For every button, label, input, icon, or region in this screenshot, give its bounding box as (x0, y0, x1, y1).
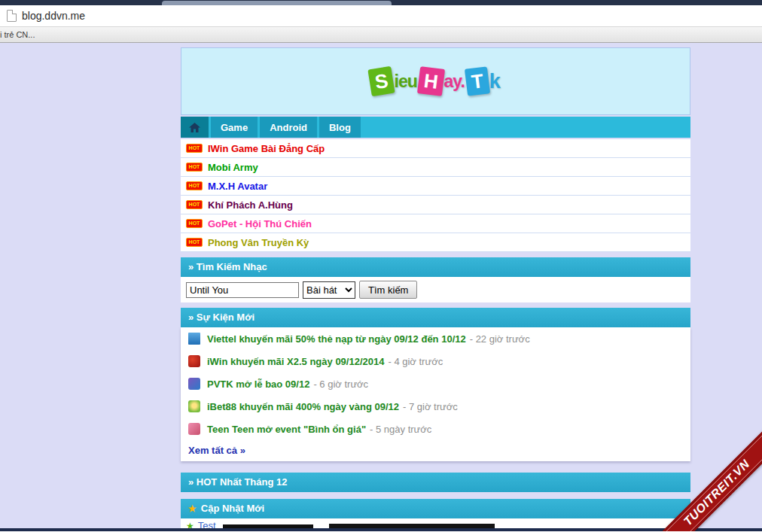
nav-item-android[interactable]: Android (260, 117, 317, 138)
hot-badge-icon: HOT (186, 144, 203, 153)
hot-badge-icon: HOT (186, 219, 203, 228)
logo-segment-sieu: S ieu (370, 68, 419, 95)
nav-home-button[interactable] (181, 117, 209, 138)
main-nav: Game Android Blog (181, 117, 690, 138)
events-list: Viettel khuyến mãi 50% thẻ nạp từ ngày 0… (181, 327, 690, 461)
hot-link-label[interactable]: GoPet - Hội Thú Chiến (208, 218, 312, 230)
bookmark-item[interactable]: i trẻ CN... (0, 30, 35, 39)
event-item-teenteen[interactable]: Teen Teen mở event "Bình ổn giá" - 5 ngà… (181, 418, 690, 440)
hot-badge-icon: HOT (186, 200, 203, 209)
event-time: - 6 giờ trước (313, 378, 368, 390)
logo-segment-tk: T k (466, 68, 501, 95)
iwin-icon (188, 355, 200, 367)
hot-month-header: » HOT Nhất Tháng 12 (181, 473, 690, 492)
event-title[interactable]: iBet88 khuyến mãi 400% ngày vàng 09/12 (207, 401, 399, 412)
logo-text-ay: ay. (444, 71, 465, 92)
hot-link-khi-phach[interactable]: HOT Khí Phách A.Hùng (181, 196, 690, 214)
viettel-icon (188, 333, 200, 345)
event-item-ibet88[interactable]: iBet88 khuyến mãi 400% ngày vàng 09/12 -… (181, 395, 690, 418)
music-search-header: » Tìm Kiếm Nhạc (181, 257, 690, 277)
event-title[interactable]: Viettel khuyến mãi 50% thẻ nạp từ ngày 0… (207, 333, 466, 345)
event-item-iwin[interactable]: iWin khuyến mãi X2.5 ngày 09/12/2014 - 4… (181, 350, 690, 372)
pvtk-icon (188, 378, 200, 390)
logo-segment-hay: H ay. (419, 68, 466, 95)
event-time: - 4 giờ trước (388, 356, 443, 367)
events-header: » Sự Kiện Mới (181, 308, 690, 327)
updates-header: ★ Cập Nhật Mới (181, 499, 690, 518)
browser-active-tab[interactable] (162, 1, 392, 5)
star-icon: ★ (188, 499, 197, 518)
event-item-pvtk[interactable]: PVTK mở lễ bao 09/12 - 6 giờ trước (181, 372, 690, 395)
hot-link-mxh-avatar[interactable]: HOT M.X.H Avatar (181, 177, 690, 196)
hot-link-iwin[interactable]: HOT IWin Game Bài Đẳng Cấp (181, 139, 690, 158)
nav-item-blog[interactable]: Blog (319, 117, 361, 138)
hot-link-label[interactable]: Khí Phách A.Hùng (208, 199, 293, 211)
music-search-input[interactable] (186, 282, 299, 298)
home-icon (189, 123, 200, 132)
music-search-button[interactable]: Tìm kiếm (359, 281, 417, 299)
bottom-border-line (0, 528, 762, 531)
updates-header-label: Cập Nhật Mới (201, 499, 264, 518)
main-column: S ieu H ay. T k Game Androi (181, 47, 690, 531)
nav-item-game[interactable]: Game (211, 117, 258, 138)
hot-link-label[interactable]: Mobi Army (208, 162, 258, 173)
site-banner[interactable]: S ieu H ay. T k (181, 47, 690, 115)
sieuhay-logo: S ieu H ay. T k (370, 68, 501, 95)
event-time: - 22 giờ trước (470, 333, 530, 345)
hot-badge-icon: HOT (186, 238, 203, 247)
logo-text-k: k (489, 70, 500, 93)
logo-letter-h: H (417, 66, 445, 96)
ribbon-text: TUOITREIT.VN (681, 458, 753, 529)
event-title[interactable]: Teen Teen mở event "Bình ổn giá" (207, 424, 366, 435)
music-search-type-select[interactable]: Bài hát (303, 281, 355, 299)
hot-badge-icon: HOT (186, 181, 203, 190)
hot-link-label[interactable]: M.X.H Avatar (208, 181, 267, 192)
url-text[interactable]: blog.ddvn.me (22, 10, 85, 22)
event-item-viettel[interactable]: Viettel khuyến mãi 50% thẻ nạp từ ngày 0… (181, 327, 690, 350)
hot-badge-icon: HOT (186, 163, 203, 172)
hot-link-label[interactable]: Phong Vân Truyền Kỳ (208, 237, 309, 248)
bookmarks-bar: i trẻ CN... (0, 27, 762, 43)
hot-links-list: HOT IWin Game Bài Đẳng Cấp HOT Mobi Army… (181, 139, 690, 252)
browser-address-bar[interactable]: blog.ddvn.me (0, 5, 762, 27)
hot-link-gopet[interactable]: HOT GoPet - Hội Thú Chiến (181, 214, 690, 233)
logo-text-ieu: ieu (395, 71, 417, 92)
hot-link-label[interactable]: IWin Game Bài Đẳng Cấp (208, 143, 325, 154)
page-icon (7, 10, 17, 22)
event-time: - 5 ngày trước (370, 424, 431, 435)
hot-link-mobi-army[interactable]: HOT Mobi Army (181, 158, 690, 177)
ibet88-icon (188, 400, 200, 412)
music-search-form: Bài hát Tìm kiếm (181, 277, 690, 302)
page-viewport: S ieu H ay. T k Game Androi (0, 43, 762, 531)
browser-tab-strip (0, 0, 762, 5)
hot-link-phong-van[interactable]: HOT Phong Vân Truyền Kỳ (181, 233, 690, 252)
view-all-link[interactable]: Xem tất cả » (181, 440, 690, 461)
event-time: - 7 giờ trước (403, 401, 458, 412)
logo-letter-s: S (368, 66, 396, 96)
event-title[interactable]: iWin khuyến mãi X2.5 ngày 09/12/2014 (207, 356, 384, 367)
event-title[interactable]: PVTK mở lễ bao 09/12 (207, 378, 309, 390)
teenteen-icon (188, 423, 200, 435)
logo-letter-t: T (465, 66, 490, 96)
